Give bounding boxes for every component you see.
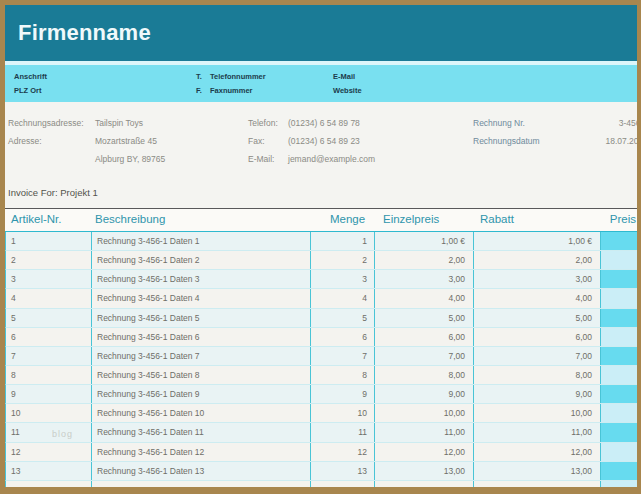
cell-menge[interactable]: 8: [311, 366, 375, 384]
table-row[interactable]: [5, 481, 637, 494]
col-beschreibung[interactable]: Beschreibung: [95, 213, 165, 225]
table-row[interactable]: 1Rechnung 3-456-1 Daten 111,00 €1,00 €: [5, 232, 637, 251]
invoice-no-value[interactable]: 3-456-1: [560, 118, 641, 128]
cell-rabatt[interactable]: 9,00: [474, 385, 601, 403]
cell-desc[interactable]: Rechnung 3-456-1 Daten 2: [92, 251, 311, 269]
cell-einzelpreis[interactable]: 7,00: [375, 347, 474, 365]
cell-desc[interactable]: [92, 481, 311, 494]
cell-desc[interactable]: Rechnung 3-456-1 Daten 13: [92, 462, 311, 480]
table-row[interactable]: 8Rechnung 3-456-1 Daten 888,008,00: [5, 366, 637, 385]
cell-menge[interactable]: 12: [311, 443, 375, 461]
cell-menge[interactable]: 7: [311, 347, 375, 365]
cell-desc[interactable]: Rechnung 3-456-1 Daten 1: [92, 232, 311, 250]
cell-nr[interactable]: 5: [6, 309, 92, 327]
cell-menge[interactable]: 11: [311, 423, 375, 441]
cell-nr[interactable]: 6: [6, 328, 92, 346]
table-row[interactable]: 9Rechnung 3-456-1 Daten 999,009,00: [5, 385, 637, 404]
cell-nr[interactable]: 1: [6, 232, 92, 250]
cell-einzelpreis[interactable]: 8,00: [375, 366, 474, 384]
cell-nr[interactable]: 9: [6, 385, 92, 403]
email-value[interactable]: jemand@example.com: [288, 154, 375, 164]
col-menge[interactable]: Menge: [330, 213, 365, 225]
table-row[interactable]: 5Rechnung 3-456-1 Daten 555,005,00: [5, 309, 637, 328]
cell-desc[interactable]: Rechnung 3-456-1 Daten 5: [92, 309, 311, 327]
cell-nr[interactable]: 2: [6, 251, 92, 269]
cell-menge[interactable]: 1: [311, 232, 375, 250]
cell-desc[interactable]: Rechnung 3-456-1 Daten 9: [92, 385, 311, 403]
cell-preis[interactable]: [601, 462, 637, 480]
cell-preis[interactable]: [601, 270, 637, 288]
cell-nr[interactable]: 12: [6, 443, 92, 461]
cell-nr[interactable]: [6, 481, 92, 494]
billing-name[interactable]: Tailspin Toys: [95, 118, 143, 128]
cell-nr[interactable]: 10: [6, 404, 92, 422]
cell-desc[interactable]: Rechnung 3-456-1 Daten 3: [92, 270, 311, 288]
cell-nr[interactable]: 13: [6, 462, 92, 480]
cell-einzelpreis[interactable]: 2,00: [375, 251, 474, 269]
cell-preis[interactable]: [601, 347, 637, 365]
cell-einzelpreis[interactable]: 4,00: [375, 289, 474, 307]
table-row[interactable]: 7Rechnung 3-456-1 Daten 777,007,00: [5, 347, 637, 366]
cell-einzelpreis[interactable]: 13,00: [375, 462, 474, 480]
cell-rabatt[interactable]: 1,00 €: [474, 232, 601, 250]
cell-preis[interactable]: [601, 443, 637, 461]
table-row[interactable]: 2Rechnung 3-456-1 Daten 222,002,00: [5, 251, 637, 270]
cell-preis[interactable]: [601, 404, 637, 422]
fax-value[interactable]: (01234) 6 54 89 23: [288, 136, 360, 146]
cell-desc[interactable]: Rechnung 3-456-1 Daten 12: [92, 443, 311, 461]
phone-value[interactable]: (01234) 6 54 89 78: [288, 118, 360, 128]
col-artikel-nr[interactable]: Artikel-Nr.: [11, 213, 61, 225]
cell-einzelpreis[interactable]: [375, 481, 474, 494]
cell-einzelpreis[interactable]: 9,00: [375, 385, 474, 403]
cell-desc[interactable]: Rechnung 3-456-1 Daten 8: [92, 366, 311, 384]
cell-menge[interactable]: 10: [311, 404, 375, 422]
invoice-date-value[interactable]: 18.07.2012: [560, 136, 641, 146]
cell-desc[interactable]: Rechnung 3-456-1 Daten 7: [92, 347, 311, 365]
street[interactable]: Mozartstraße 45: [95, 136, 157, 146]
cell-preis[interactable]: [601, 232, 637, 250]
cell-preis[interactable]: [601, 366, 637, 384]
cell-rabatt[interactable]: 8,00: [474, 366, 601, 384]
cell-rabatt[interactable]: 3,00: [474, 270, 601, 288]
table-row[interactable]: 12Rechnung 3-456-1 Daten 121212,0012,00: [5, 443, 637, 462]
cell-rabatt[interactable]: 7,00: [474, 347, 601, 365]
cell-desc[interactable]: Rechnung 3-456-1 Daten 10: [92, 404, 311, 422]
cell-rabatt[interactable]: 5,00: [474, 309, 601, 327]
col-rabatt[interactable]: Rabatt: [480, 213, 514, 225]
cell-preis[interactable]: [601, 385, 637, 403]
cell-einzelpreis[interactable]: 5,00: [375, 309, 474, 327]
cell-menge[interactable]: 13: [311, 462, 375, 480]
cell-menge[interactable]: 9: [311, 385, 375, 403]
cell-preis[interactable]: [601, 481, 637, 494]
col-einzelpreis[interactable]: Einzelpreis: [383, 213, 439, 225]
cell-einzelpreis[interactable]: 11,00: [375, 423, 474, 441]
cell-menge[interactable]: 6: [311, 328, 375, 346]
cell-preis[interactable]: [601, 289, 637, 307]
cell-desc[interactable]: Rechnung 3-456-1 Daten 11: [92, 423, 311, 441]
cell-menge[interactable]: 2: [311, 251, 375, 269]
cell-rabatt[interactable]: 6,00: [474, 328, 601, 346]
table-row[interactable]: 11Rechnung 3-456-1 Daten 111111,0011,00: [5, 423, 637, 442]
cell-rabatt[interactable]: 12,00: [474, 443, 601, 461]
table-row[interactable]: 3Rechnung 3-456-1 Daten 333,003,00: [5, 270, 637, 289]
cell-preis[interactable]: [601, 251, 637, 269]
cell-nr[interactable]: 4: [6, 289, 92, 307]
cell-preis[interactable]: [601, 423, 637, 441]
cell-nr[interactable]: 7: [6, 347, 92, 365]
cell-einzelpreis[interactable]: 3,00: [375, 270, 474, 288]
cell-einzelpreis[interactable]: 10,00: [375, 404, 474, 422]
cell-menge[interactable]: 5: [311, 309, 375, 327]
cell-nr[interactable]: 3: [6, 270, 92, 288]
cell-desc[interactable]: Rechnung 3-456-1 Daten 6: [92, 328, 311, 346]
cell-rabatt[interactable]: 10,00: [474, 404, 601, 422]
cell-nr[interactable]: 11: [6, 423, 92, 441]
cell-menge[interactable]: [311, 481, 375, 494]
cell-rabatt[interactable]: 13,00: [474, 462, 601, 480]
cell-rabatt[interactable]: 11,00: [474, 423, 601, 441]
cell-rabatt[interactable]: 4,00: [474, 289, 601, 307]
cell-desc[interactable]: Rechnung 3-456-1 Daten 4: [92, 289, 311, 307]
table-row[interactable]: 4Rechnung 3-456-1 Daten 444,004,00: [5, 289, 637, 308]
cell-preis[interactable]: [601, 309, 637, 327]
cell-einzelpreis[interactable]: 1,00 €: [375, 232, 474, 250]
cell-preis[interactable]: [601, 328, 637, 346]
